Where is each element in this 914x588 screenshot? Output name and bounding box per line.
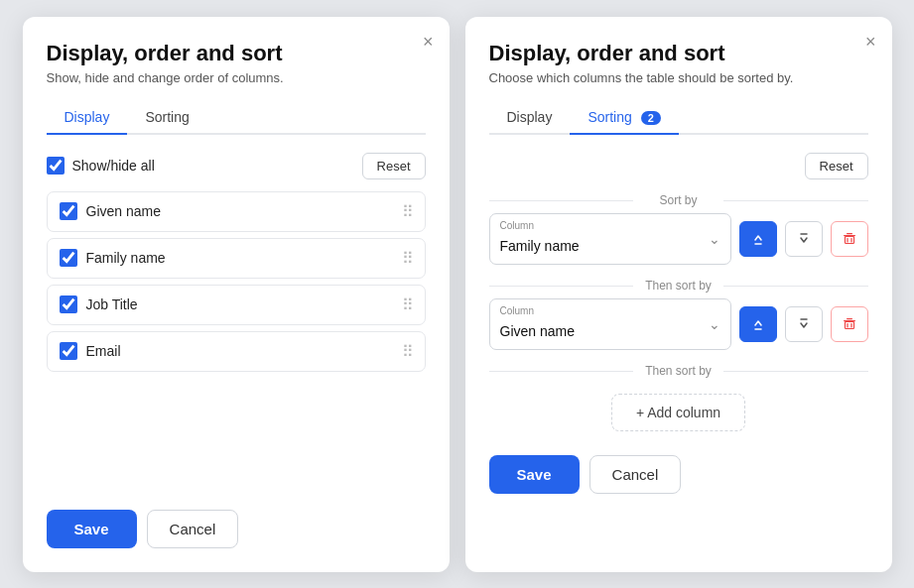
column-label-given-name: Given name [86, 203, 161, 219]
right-tabs: Display Sorting 2 [489, 101, 868, 135]
drag-handle-family-name[interactable]: ⠿ [402, 249, 413, 268]
column-label-job-title: Job Title [86, 296, 138, 312]
left-close-button[interactable]: × [423, 33, 434, 51]
column-checkbox-family-name[interactable] [60, 249, 77, 267]
right-dialog-footer: Save Cancel [489, 455, 868, 494]
right-reset-button[interactable]: Reset [805, 153, 868, 179]
left-save-button[interactable]: Save [47, 510, 137, 548]
show-hide-label[interactable]: Show/hide all [47, 157, 155, 175]
column-select-label-1: Column [500, 220, 534, 231]
svg-rect-7 [845, 321, 853, 328]
show-hide-text: Show/hide all [72, 158, 155, 174]
left-dialog-subtitle: Show, hide and change order of columns. [47, 70, 426, 85]
sort-asc-button-2[interactable] [739, 306, 777, 342]
drag-handle-given-name[interactable]: ⠿ [402, 202, 413, 221]
delete-sort-button-1[interactable] [831, 221, 868, 257]
add-column-button[interactable]: + Add column [611, 394, 745, 431]
delete-sort-button-2[interactable] [831, 306, 868, 342]
sort-row-1: Column Family name ⌄ [489, 213, 868, 265]
right-dialog-subtitle: Choose which columns the table should be… [489, 70, 868, 85]
then-sort-by-label-2: Then sort by [489, 364, 868, 378]
sorting-badge: 2 [641, 111, 661, 125]
sort-desc-button-2[interactable] [785, 306, 823, 342]
column-select-value-2: Given name [500, 323, 699, 339]
left-tabs: Display Sorting [47, 101, 426, 135]
column-item-job-title: Job Title ⠿ [47, 285, 426, 325]
chevron-down-icon-2: ⌄ [709, 316, 720, 332]
drag-handle-job-title[interactable]: ⠿ [402, 295, 413, 314]
svg-rect-2 [845, 236, 853, 243]
left-cancel-button[interactable]: Cancel [147, 510, 239, 548]
right-dialog-title: Display, order and sort [489, 41, 868, 66]
left-tab-sorting[interactable]: Sorting [127, 101, 206, 135]
column-checkbox-email[interactable] [60, 342, 77, 360]
left-tab-display[interactable]: Display [47, 101, 128, 135]
svg-rect-6 [847, 318, 852, 319]
column-checkbox-job-title[interactable] [60, 295, 77, 313]
sort-select-given-name[interactable]: Column Given name ⌄ [489, 298, 731, 350]
show-hide-row: Show/hide all Reset [47, 153, 426, 179]
chevron-down-icon-1: ⌄ [709, 231, 720, 247]
sort-asc-button-1[interactable] [739, 221, 777, 257]
sort-select-family-name[interactable]: Column Family name ⌄ [489, 213, 731, 265]
column-checkbox-given-name[interactable] [60, 202, 77, 220]
left-reset-button[interactable]: Reset [362, 153, 426, 179]
left-dialog-footer: Save Cancel [47, 510, 426, 548]
column-item-given-name: Given name ⠿ [47, 191, 426, 232]
right-tab-sorting-label: Sorting [588, 109, 631, 125]
left-dialog-title: Display, order and sort [47, 41, 426, 66]
then-sort-by-label-1: Then sort by [489, 279, 868, 293]
right-save-button[interactable]: Save [489, 455, 580, 494]
column-label-email: Email [86, 343, 121, 359]
right-dialog: × Display, order and sort Choose which c… [465, 17, 892, 572]
column-select-label-2: Column [500, 305, 534, 316]
sort-row-2: Column Given name ⌄ [489, 298, 868, 350]
drag-handle-email[interactable]: ⠿ [402, 342, 413, 361]
show-hide-checkbox[interactable] [47, 157, 65, 175]
column-item-family-name: Family name ⠿ [47, 238, 426, 279]
left-dialog: × Display, order and sort Show, hide and… [23, 17, 450, 572]
column-label-family-name: Family name [86, 250, 166, 266]
sort-by-label: Sort by [489, 193, 868, 207]
right-tab-sorting[interactable]: Sorting 2 [570, 101, 678, 135]
sort-desc-button-1[interactable] [785, 221, 823, 257]
svg-rect-1 [847, 233, 852, 234]
sort-reset-row: Reset [489, 153, 868, 179]
right-close-button[interactable]: × [865, 33, 876, 51]
column-item-email: Email ⠿ [47, 331, 426, 372]
right-tab-display[interactable]: Display [489, 101, 571, 135]
column-list: Given name ⠿ Family name ⠿ Job Title ⠿ E… [47, 191, 426, 486]
column-select-value-1: Family name [500, 238, 699, 254]
right-cancel-button[interactable]: Cancel [589, 455, 682, 494]
